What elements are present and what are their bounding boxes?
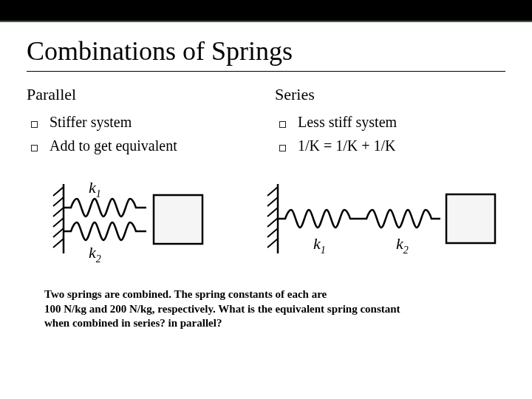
list-item: Stiffer system	[31, 110, 257, 134]
svg-line-15	[267, 228, 278, 237]
k1-sub: 1	[321, 245, 326, 256]
svg-text:k2: k2	[89, 243, 101, 265]
svg-line-1	[53, 187, 64, 196]
slide-content: Combinations of Springs Parallel Stiffer…	[0, 22, 532, 267]
parallel-diagram: k1 k2	[27, 171, 244, 267]
svg-text:k1: k1	[313, 234, 326, 256]
k1-sub: 1	[96, 188, 101, 200]
list-item: Add to get equivalent	[31, 134, 257, 157]
svg-text:k2: k2	[396, 234, 409, 256]
columns: Parallel Stiffer system Add to get equiv…	[27, 85, 505, 157]
left-column: Parallel Stiffer system Add to get equiv…	[27, 85, 257, 157]
svg-text:k1: k1	[89, 178, 101, 200]
bullet-text: Less stiff system	[298, 110, 397, 134]
right-heading: Series	[275, 85, 505, 104]
title-rule	[27, 71, 505, 72]
bullet-square-icon	[31, 121, 38, 128]
k2-sub: 2	[96, 253, 101, 265]
series-diagram-svg: k1 k2	[262, 171, 505, 267]
bullet-square-icon	[31, 145, 38, 151]
svg-line-13	[267, 208, 278, 216]
svg-line-6	[53, 239, 64, 248]
diagram-row: k1 k2	[27, 171, 505, 267]
slide-title: Combinations of Springs	[27, 35, 505, 66]
svg-line-12	[267, 197, 278, 206]
right-column: Series Less stiff system 1/K = 1/K + 1/K	[275, 85, 505, 157]
problem-line: 100 N/kg and 200 N/kg, respectively. Wha…	[44, 302, 505, 317]
series-diagram: k1 k2	[262, 171, 505, 267]
k2-sub: 2	[403, 245, 409, 256]
list-item: Less stiff system	[279, 110, 505, 134]
svg-line-11	[267, 187, 278, 196]
bullet-text: 1/K = 1/K + 1/K	[298, 134, 396, 157]
right-bullets: Less stiff system 1/K = 1/K + 1/K	[275, 110, 505, 157]
problem-line: Two springs are combined. The spring con…	[44, 287, 505, 302]
svg-rect-7	[154, 195, 202, 244]
problem-line: when combined in series? in parallel?	[44, 316, 505, 331]
list-item: 1/K = 1/K + 1/K	[279, 134, 505, 157]
svg-line-5	[53, 228, 64, 237]
title-bar	[0, 0, 532, 21]
svg-line-16	[267, 239, 278, 248]
left-bullets: Stiffer system Add to get equivalent	[27, 110, 257, 157]
problem-text: Two springs are combined. The spring con…	[44, 287, 505, 331]
svg-rect-17	[446, 194, 495, 243]
bullet-square-icon	[279, 145, 286, 151]
svg-line-2	[53, 197, 64, 206]
bullet-text: Stiffer system	[50, 110, 132, 134]
parallel-diagram-svg: k1 k2	[43, 171, 228, 267]
bullet-text: Add to get equivalent	[50, 134, 177, 157]
svg-line-14	[267, 218, 278, 227]
svg-line-4	[53, 218, 64, 227]
left-heading: Parallel	[27, 85, 257, 104]
svg-line-3	[53, 208, 64, 216]
bullet-square-icon	[279, 121, 286, 128]
